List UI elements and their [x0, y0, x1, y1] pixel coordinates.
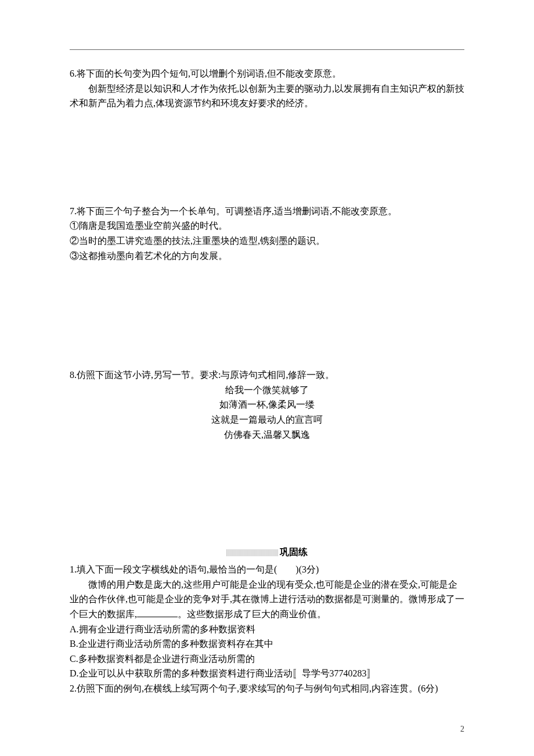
q7-item-1: ①隋唐是我国造墨业空前兴盛的时代。	[70, 218, 464, 233]
fill-blank[interactable]	[137, 607, 178, 617]
p1-body: 微博的用户数是庞大的,这些用户可能是企业的现有受众,也可能是企业的潜在受众,可能…	[70, 577, 464, 622]
answer-space-q7	[70, 263, 464, 368]
answer-space-q8	[70, 442, 464, 546]
q6-body: 创新型经济是以知识和人才作为依托,以创新为主要的驱动力,以发展拥有自主知识产权的…	[70, 81, 464, 111]
section-title: 巩固练	[280, 546, 308, 559]
answer-space-q6	[70, 111, 464, 204]
p1-option-d[interactable]: D.企业可以从中获取所需的多种数据资料进行商业活动〚导学号37740283〛	[70, 666, 464, 681]
section-header: 巩固练	[70, 546, 464, 559]
p1-option-c[interactable]: C.多种数据资料都是企业进行商业活动所需的	[70, 651, 464, 667]
top-rule	[70, 49, 464, 50]
poem-line-3: 这就是一篇最动人的宣言呵	[70, 412, 464, 427]
p1-prompt: 1.填入下面一段文字横线处的语句,最恰当的一句是( )(3分)	[70, 562, 464, 577]
poem-line-4: 仿佛春天,温馨又飘逸	[70, 427, 464, 442]
poem-line-1: 给我一个微笑就够了	[70, 383, 464, 398]
document-page: 6.将下面的长句变为四个短句,可以增删个别词语,但不能改变原意。 创新型经济是以…	[0, 0, 534, 756]
hatch-decoration-icon	[226, 549, 279, 556]
q6-prompt: 6.将下面的长句变为四个短句,可以增删个别词语,但不能改变原意。	[70, 66, 464, 81]
p1-body-b: 。这些数据形成了巨大的商业价值。	[178, 609, 326, 619]
p2-prompt: 2.仿照下面的例句,在横线上续写两个句子,要求续写的句子与例句句式相同,内容连贯…	[70, 681, 464, 696]
q8-prompt: 8.仿照下面这节小诗,另写一节。要求:与原诗句式相同,修辞一致。	[70, 368, 464, 383]
p1-option-a[interactable]: A.拥有企业进行商业活动所需的多种数据资料	[70, 622, 464, 637]
q8-poem: 给我一个微笑就够了 如薄酒一杯,像柔风一缕 这就是一篇最动人的宣言呵 仿佛春天,…	[70, 383, 464, 442]
p1-option-b[interactable]: B.企业进行商业活动所需的多种数据资料存在其中	[70, 636, 464, 651]
q7-item-2: ②当时的墨工讲究造墨的技法,注重墨块的造型,镌刻墨的题识。	[70, 233, 464, 249]
q7-item-3: ③这都推动墨向着艺术化的方向发展。	[70, 249, 464, 264]
page-number: 2	[460, 725, 464, 734]
q7-prompt: 7.将下面三个句子整合为一个长单句。可调整语序,适当增删词语,不能改变原意。	[70, 204, 464, 219]
poem-line-2: 如薄酒一杯,像柔风一缕	[70, 397, 464, 412]
